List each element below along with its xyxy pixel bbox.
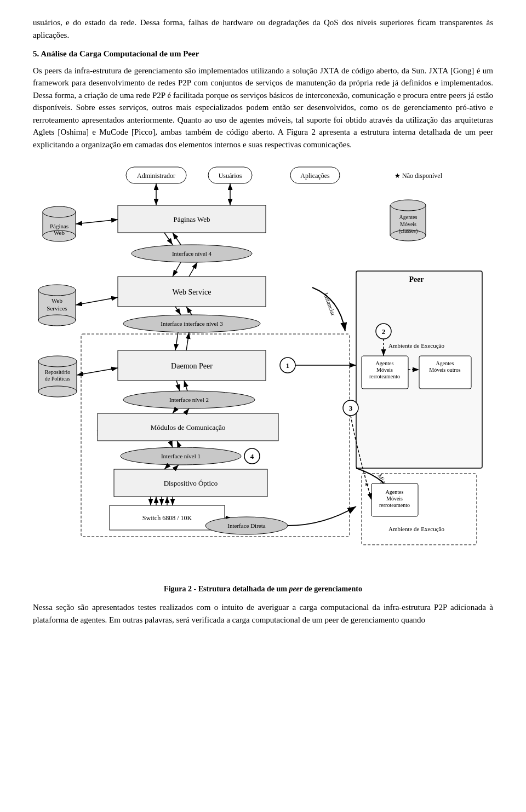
- svg-line-47: [176, 381, 180, 391]
- interface-direta-label: Interface Direta: [227, 522, 265, 529]
- peer-right-label: Peer: [409, 275, 424, 284]
- web-services-label2: Services: [47, 305, 67, 312]
- svg-point-38: [38, 356, 77, 367]
- paginas-web-left-label2: Web: [54, 229, 65, 236]
- agentes-rerrot1-label3: rerroteamento: [369, 373, 400, 379]
- svg-line-41: [77, 368, 118, 375]
- svg-line-25: [173, 262, 181, 277]
- interface-nivel3-label: Interface interface nível 3: [161, 320, 223, 327]
- ambiente-exec1-label: Ambiente de Execução: [388, 342, 445, 349]
- agentes-outros-label2: Móveis outros: [429, 367, 461, 373]
- agentes-moveis-classes-label1: Agentes: [399, 214, 418, 220]
- svg-line-26: [189, 262, 197, 277]
- svg-line-44: [175, 332, 178, 350]
- svg-point-39: [38, 386, 77, 397]
- svg-line-55: [170, 441, 173, 447]
- agentes-rerrot1-label2: Móveis: [376, 367, 393, 373]
- paragraph-2: Os peers da infra-estrutura de gerenciam…: [33, 65, 493, 151]
- repositorio-label1: Repositório: [45, 369, 71, 375]
- page-content: usuários, e do estado da rede. Dessa for…: [33, 16, 493, 626]
- web-services-label1: Web: [52, 297, 62, 304]
- svg-line-58: [164, 465, 169, 469]
- svg-line-24: [76, 297, 118, 305]
- svg-line-45: [186, 332, 189, 350]
- ambiente-exec2-label: Ambiente de Execução: [388, 526, 445, 532]
- number1-label: 1: [286, 361, 290, 370]
- daemon-peer-label: Daemon Peer: [171, 362, 213, 370]
- svg-line-52: [185, 408, 189, 413]
- usuarios-label: Usuários: [219, 172, 242, 180]
- figure-caption: Figura 2 - Estrutura detalhada de um pee…: [33, 583, 493, 595]
- dispositivo-optico-label: Dispositivo Óptico: [164, 479, 218, 487]
- svg-line-34: [175, 307, 181, 315]
- aplicacoes-label: Aplicações: [300, 172, 330, 180]
- administrador-label: Administrador: [137, 172, 175, 180]
- paragraph-3: Nessa seção são apresentados testes real…: [33, 601, 493, 626]
- modulos-comunicacao-label: Módulos de Comunicação: [151, 423, 225, 431]
- svg-line-18: [164, 233, 173, 245]
- agentes-rerrot2-label3: rerroteamento: [379, 502, 410, 508]
- svg-line-51: [173, 408, 176, 413]
- number2-label: 2: [382, 327, 386, 336]
- svg-line-13: [76, 220, 118, 224]
- diagram-figure: Administrador Usuários Aplicações ★ Não …: [33, 162, 493, 572]
- switch-label: Switch 6808 / 10K: [142, 514, 192, 522]
- svg-line-48: [184, 381, 187, 391]
- svg-point-21: [38, 285, 76, 296]
- svg-point-15: [391, 200, 426, 211]
- section-heading: 5. Análise da Carga Computacional de um …: [33, 48, 493, 60]
- svg-line-19: [173, 233, 181, 245]
- svg-line-35: [186, 307, 192, 315]
- agentes-rerrot2-label2: Móveis: [386, 496, 403, 502]
- repositorio-label2: de Políticas: [45, 376, 70, 382]
- paginas-web-box-label: Páginas Web: [174, 215, 210, 223]
- number4-label: 4: [250, 452, 254, 460]
- agentes-rerrot1-label1: Agentes: [376, 360, 394, 366]
- agentes-moveis-classes-label2: Móveis: [400, 221, 416, 227]
- paragraph-1: usuários, e do estado da rede. Dessa for…: [33, 16, 493, 41]
- agentes-outros-label1: Agentes: [436, 360, 454, 366]
- svg-line-56: [177, 441, 180, 447]
- agentes-rerrot2-label1: Agentes: [386, 489, 404, 495]
- svg-line-59: [174, 465, 179, 469]
- number3-label: 3: [349, 404, 353, 412]
- interface-nivel1-label: Interface nível 1: [161, 453, 201, 459]
- paginas-web-left-label: Páginas: [50, 223, 68, 229]
- interface-nivel2-label: Interface nível 2: [169, 396, 209, 403]
- nao-disponivel-label: ★ Não disponível: [395, 172, 443, 180]
- interface-nivel4-label: Interface nível 4: [172, 250, 212, 257]
- agentes-moveis-classes-label3: (classes): [399, 228, 418, 234]
- web-service-box-label: Web Service: [173, 288, 211, 296]
- svg-point-22: [38, 315, 76, 326]
- svg-point-11: [43, 206, 76, 217]
